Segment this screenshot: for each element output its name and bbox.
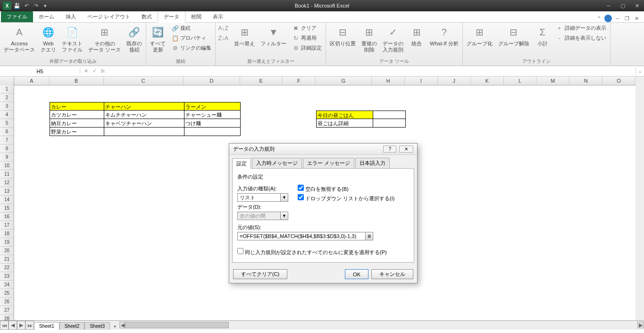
row-header-13[interactable]: 13 [0,187,14,196]
col-header-G[interactable]: G [316,77,372,85]
tab-pagelayout[interactable]: ページ レイアウト [82,11,136,22]
allow-input[interactable] [238,194,280,201]
cell-G4[interactable]: 今日の昼ごはん [316,111,373,119]
sheet-tab-3[interactable]: Sheet3 [84,322,110,330]
in-cell-dropdown-checkbox[interactable]: ドロップダウン リストから選択する(I) [298,196,395,201]
ungroup-button[interactable]: ⊟グループ解除 [496,24,531,48]
cell-H4[interactable] [373,111,406,119]
reapply-button[interactable]: ↻再適用 [290,34,324,43]
row-header-17[interactable]: 17 [0,221,14,230]
text-to-columns-button[interactable]: ⊟区切り位置 [328,24,358,48]
dialog-close-button[interactable]: ✕ [399,145,413,153]
cell-C6[interactable] [104,128,184,136]
row-header-2[interactable]: 2 [0,94,14,102]
whatif-button[interactable]: ?What-If 分析 [428,24,460,48]
col-header-O[interactable]: O [602,77,636,85]
cell-C4[interactable]: キムチチャーハン [104,111,184,119]
help-icon[interactable]: ? [604,15,612,22]
cell-D4[interactable]: チャーシュー麺 [184,111,241,119]
cell-D6[interactable] [184,128,241,136]
cell-B4[interactable]: カツカレー [50,111,104,119]
sort-button[interactable]: ⊞並べ替え [232,24,257,48]
col-header-C[interactable]: C [104,77,184,85]
cancel-button[interactable]: キャンセル [371,269,413,279]
cell-B3[interactable]: カレー [50,102,104,111]
col-header-J[interactable]: J [438,77,471,85]
row-header-3[interactable]: 3 [0,102,14,111]
hscroll-right-icon[interactable]: ▶ [637,322,644,328]
row-header-25[interactable]: 25 [0,289,14,298]
sheet-nav-prev[interactable]: ◀ [8,321,17,330]
row-header-23[interactable]: 23 [0,272,14,281]
edit-links-button[interactable]: ⚙リンクの編集 [169,43,213,53]
dialog-tab-ime[interactable]: 日本語入力 [355,158,390,168]
from-access-button[interactable]: AAccess データベース [2,24,37,54]
sheet-tab-2[interactable]: Sheet2 [59,322,85,330]
col-header-F[interactable]: F [283,77,316,85]
tab-data[interactable]: データ [158,11,185,23]
workbook-close-icon[interactable]: ✕ [633,15,640,22]
consolidate-button[interactable]: ⊞統合 [407,24,426,48]
ignore-blank-checkbox[interactable]: 空白を無視する(B) [298,186,349,192]
row-header-4[interactable]: 4 [0,111,14,119]
formula-bar-expand-icon[interactable]: ⌄ [636,68,644,74]
tab-insert[interactable]: 挿入 [60,11,82,22]
sort-za-button[interactable]: Z↓A [217,34,230,43]
from-text-button[interactable]: 📄テキスト ファイル [60,24,84,54]
row-header-27[interactable]: 27 [0,306,14,315]
row-header-26[interactable]: 26 [0,298,14,306]
excel-icon[interactable]: X [3,1,11,10]
row-header-5[interactable]: 5 [0,119,14,128]
col-header-L[interactable]: L [504,77,537,85]
horizontal-scrollbar[interactable]: ◀ ▶ [119,321,644,330]
connections-button[interactable]: 🔗接続 [169,24,213,33]
data-validation-button[interactable]: ✓データの 入力規則 [381,24,405,54]
subtotal-button[interactable]: Σ小計 [533,24,552,48]
col-header-H[interactable]: H [372,77,405,85]
cell-H5[interactable] [373,119,406,128]
range-selector-icon[interactable]: ⊞ [365,232,373,240]
row-header-19[interactable]: 19 [0,238,14,247]
row-header-9[interactable]: 9 [0,153,14,162]
row-header-7[interactable]: 7 [0,136,14,145]
cell-D5[interactable]: つけ麺 [184,119,241,128]
col-header-A[interactable]: A [14,77,50,85]
row-header-11[interactable]: 11 [0,170,14,179]
advanced-filter-button[interactable]: ⚙詳細設定 [290,43,324,53]
from-other-button[interactable]: ⊞その他の データ ソース [86,24,123,54]
tab-review[interactable]: 校閲 [185,11,207,22]
dialog-help-button[interactable]: ? [383,145,396,153]
ok-button[interactable]: OK [345,269,368,279]
row-header-22[interactable]: 22 [0,264,14,272]
row-header-1[interactable]: 1 [0,85,14,94]
dialog-titlebar[interactable]: データの入力規則 ? ✕ [229,144,417,155]
source-input[interactable] [238,232,365,240]
col-header-D[interactable]: D [184,77,240,85]
col-header-M[interactable]: M [536,77,569,85]
filter-button[interactable]: ▼フィルター [259,24,288,48]
save-icon[interactable]: 💾 [13,2,21,9]
allow-dropdown-icon[interactable]: ▼ [280,194,288,201]
cell-B6[interactable]: 野菜カレー [50,128,104,136]
col-header-K[interactable]: K [471,77,504,85]
maximize-button[interactable]: ▢ [616,1,630,10]
show-detail-button[interactable]: +詳細データの表示 [554,24,608,33]
tab-file[interactable]: ファイル [1,11,33,22]
row-header-14[interactable]: 14 [0,196,14,204]
hscroll-thumb[interactable] [125,322,229,328]
existing-connections-button[interactable]: 🔗既存の 接続 [125,24,144,54]
row-header-18[interactable]: 18 [0,230,14,238]
cancel-formula-icon[interactable]: ✕ [82,68,90,74]
undo-icon[interactable]: ↶ [23,2,30,9]
sheet-nav-next[interactable]: ▶ [17,321,25,330]
cell-G5[interactable]: 昼ごはん詳細 [316,119,373,128]
close-button[interactable]: ✕ [630,1,644,10]
sheet-nav-first[interactable]: ⏮ [0,321,8,330]
hide-detail-button[interactable]: -詳細を表示しない [554,34,608,43]
workbook-minimize-icon[interactable]: ─ [614,15,621,22]
row-header-15[interactable]: 15 [0,204,14,213]
minimize-button[interactable]: ─ [602,1,616,10]
row-header-28[interactable]: 28 [0,315,14,320]
enter-formula-icon[interactable]: ✓ [91,68,98,74]
new-sheet-button[interactable]: ✦ [110,323,119,330]
